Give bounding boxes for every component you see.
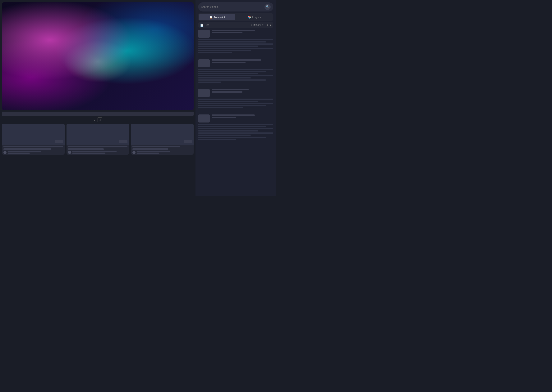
transcript-divider [196, 111, 276, 112]
transcript-item [198, 30, 273, 53]
transcript-title-block [212, 59, 273, 63]
transcript-item-header [198, 114, 273, 123]
video-card-thumbnail [131, 124, 194, 145]
video-meta-row [68, 151, 128, 154]
meta-line-secondary [8, 153, 30, 154]
search-button[interactable]: 🔍 [264, 4, 271, 10]
transcript-item [198, 114, 273, 140]
transcript-text-line [198, 79, 266, 81]
transcript-title-block [212, 30, 273, 33]
transcript-text-line [198, 41, 266, 42]
search-bar[interactable]: Search videos 🔍 [198, 2, 273, 12]
find-input[interactable]: Find [204, 24, 249, 26]
video-duration-badge [55, 140, 63, 143]
transcript-title-block [212, 89, 273, 93]
find-actions: ≡ ● [266, 23, 271, 27]
transcript-title-line [212, 114, 255, 116]
transcript-text-line [198, 52, 232, 53]
video-card-info [131, 145, 194, 155]
transcript-item [198, 89, 273, 108]
transcript-text-line [198, 105, 266, 106]
video-duration-badge [184, 140, 192, 143]
filter-icon[interactable]: ≡ [266, 23, 268, 27]
transcript-thumbnail [198, 30, 210, 38]
find-current: 69 [253, 24, 255, 26]
transcript-item [198, 59, 273, 83]
transcript-subtitle-line [212, 62, 246, 63]
collapse-icon[interactable]: ⌄ [94, 118, 96, 122]
transcript-icon: 📋 [210, 15, 213, 19]
video-title-line [68, 146, 128, 147]
video-card-info [66, 145, 129, 155]
video-thumbnail-main [2, 2, 194, 110]
video-progress-bar[interactable] [2, 112, 194, 116]
view-controls-row: ⌄ ⊞ [2, 117, 194, 122]
transcript-text-line [198, 101, 258, 102]
video-card[interactable] [2, 124, 65, 155]
find-counter: 69 / 420 [253, 24, 261, 26]
video-player[interactable] [2, 2, 194, 110]
right-panel: Search videos 🔍 📋 Transcript 📚 Insights … [196, 0, 276, 196]
video-duration-badge [119, 140, 127, 143]
transcript-text-line [198, 82, 221, 83]
transcript-body [198, 124, 273, 140]
meta-line [8, 151, 41, 152]
transcript-text-line [198, 139, 236, 140]
transcript-text-line [198, 48, 273, 49]
transcript-text-line [198, 77, 251, 78]
video-meta-row [3, 151, 63, 154]
video-card-info [2, 145, 65, 155]
video-title-line [3, 148, 51, 150]
grid-view-icon[interactable]: ⊞ [98, 117, 102, 122]
transcript-content [196, 28, 276, 194]
meta-line [137, 151, 170, 152]
video-card[interactable] [66, 124, 129, 155]
meta-line-secondary [137, 153, 159, 154]
find-navigation: ∧ 69 / 420 ∨ [251, 24, 264, 26]
transcript-text-line [198, 50, 251, 51]
transcript-text-line [198, 46, 258, 47]
transcript-title-line [212, 89, 249, 90]
transcript-title-line [212, 59, 261, 61]
pin-icon[interactable]: ● [270, 23, 271, 27]
transcript-body [198, 98, 273, 108]
transcript-thumbnail [198, 59, 210, 67]
transcript-body [198, 39, 273, 53]
transcript-text-line [198, 43, 273, 45]
video-title-line [132, 146, 180, 147]
search-input[interactable]: Search videos [201, 5, 263, 8]
transcript-thumbnail [198, 89, 210, 97]
transcript-divider [196, 56, 276, 56]
search-icon: 🔍 [266, 5, 269, 9]
transcript-thumbnail [198, 114, 210, 123]
video-title-line [132, 148, 168, 150]
transcript-item-header [198, 89, 273, 97]
video-card-thumbnail [2, 124, 65, 145]
meta-lines [8, 151, 63, 154]
find-icon: 📄 [200, 24, 203, 27]
avatar [3, 151, 7, 154]
video-meta-row [132, 151, 192, 154]
meta-lines [72, 151, 128, 154]
transcript-text-line [198, 137, 266, 138]
transcript-text-line [198, 103, 273, 104]
tab-transcript[interactable]: 📋 Transcript [199, 14, 235, 20]
transcript-item-header [198, 59, 273, 67]
transcript-text-line [198, 69, 273, 70]
find-next-button[interactable]: ∨ [262, 24, 264, 26]
meta-line-secondary [72, 153, 105, 154]
transcript-subtitle-line [212, 32, 242, 33]
video-card[interactable] [131, 124, 194, 155]
find-prev-button[interactable]: ∧ [251, 24, 252, 26]
meta-line [72, 151, 116, 152]
avatar [68, 151, 71, 154]
transcript-text-line [198, 130, 258, 132]
transcript-text-line [198, 73, 258, 74]
video-title-line [3, 146, 63, 147]
transcript-text-line [198, 134, 251, 136]
transcript-title-block [212, 114, 273, 118]
transcript-text-line [198, 124, 273, 125]
tab-insights[interactable]: 📚 Insights [236, 14, 273, 20]
transcript-item-header [198, 30, 273, 38]
transcript-text-line [198, 128, 273, 129]
